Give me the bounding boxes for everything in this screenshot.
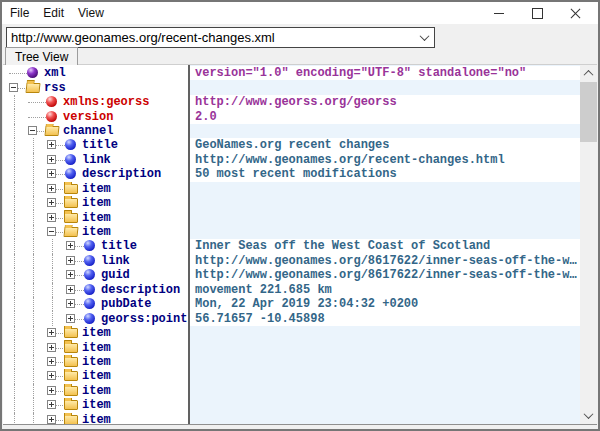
tree-node[interactable]: link <box>3 153 188 167</box>
tree-node[interactable]: item <box>3 384 188 398</box>
scrollbar-thumb[interactable] <box>580 82 597 142</box>
tree-node[interactable]: guid <box>3 268 188 282</box>
tree-node[interactable]: title <box>3 138 188 152</box>
value-row: 56.71657 -10.45898 <box>190 311 580 325</box>
tree-node[interactable]: link <box>3 254 188 268</box>
tree-node[interactable]: item <box>3 210 188 224</box>
tree-node[interactable]: rss <box>3 80 188 94</box>
window-controls <box>480 2 594 24</box>
menu-edit[interactable]: Edit <box>36 4 71 22</box>
url-input[interactable]: http://www.geonames.org/recent-changes.x… <box>7 30 415 45</box>
node-label: item <box>82 341 111 355</box>
tree-node[interactable]: description <box>3 283 188 297</box>
tree-node[interactable]: item <box>3 182 188 196</box>
expand-icon[interactable] <box>66 285 75 294</box>
expand-icon[interactable] <box>47 169 56 178</box>
tree-connector <box>44 355 63 369</box>
collapse-icon[interactable] <box>9 83 18 92</box>
tree-connector <box>63 283 82 297</box>
node-label: description <box>101 283 180 297</box>
expand-icon[interactable] <box>47 371 56 380</box>
tree-connector <box>25 95 44 109</box>
expand-icon[interactable] <box>47 184 56 193</box>
tree-guide-line <box>25 239 44 253</box>
node-value: 2.0 <box>190 110 217 124</box>
url-combobox[interactable]: http://www.geonames.org/recent-changes.x… <box>6 27 435 48</box>
expand-icon[interactable] <box>47 198 56 207</box>
collapse-icon[interactable] <box>28 126 37 135</box>
expand-icon[interactable] <box>47 343 56 352</box>
expand-icon[interactable] <box>47 328 56 337</box>
tree-guide-line <box>6 95 25 109</box>
tree-guide-line <box>6 326 25 340</box>
value-row <box>190 413 580 425</box>
expand-icon[interactable] <box>47 400 56 409</box>
menu-view[interactable]: View <box>71 4 111 22</box>
scrollbar-track[interactable] <box>580 82 597 407</box>
url-dropdown-button[interactable] <box>415 28 434 47</box>
tree-guide-line <box>25 413 44 425</box>
expand-icon[interactable] <box>47 140 56 149</box>
close-button[interactable] <box>556 2 594 24</box>
open-folder-icon <box>63 226 80 238</box>
tree-node[interactable]: xmlns:georss <box>3 95 188 109</box>
tree-node[interactable]: pubDate <box>3 297 188 311</box>
folder-icon <box>64 343 78 353</box>
tree-node[interactable]: item <box>3 398 188 412</box>
tree-node[interactable]: channel <box>3 124 188 138</box>
expand-icon[interactable] <box>66 270 75 279</box>
expand-icon[interactable] <box>66 299 75 308</box>
tree-guide-line <box>6 109 25 123</box>
tree-guide-line <box>6 268 25 282</box>
tree-guide-line <box>25 138 44 152</box>
folder-icon <box>64 400 78 410</box>
folder-icon <box>64 198 78 208</box>
collapse-icon[interactable] <box>47 227 56 236</box>
element-icon <box>82 240 99 252</box>
expand-icon[interactable] <box>47 357 56 366</box>
tree-node[interactable]: item <box>3 326 188 340</box>
open-folder-icon <box>44 125 61 137</box>
tree-guide-line <box>25 196 44 210</box>
chevron-up-icon <box>584 70 594 80</box>
tree-guide-line <box>25 398 44 412</box>
value-row <box>190 384 580 398</box>
expand-icon[interactable] <box>47 155 56 164</box>
node-label: item <box>82 225 111 239</box>
expand-icon[interactable] <box>66 314 75 323</box>
tree-node[interactable]: georss:point <box>3 311 188 325</box>
tab-tree-view[interactable]: Tree View <box>5 47 78 65</box>
tree-node[interactable]: version <box>3 109 188 123</box>
expand-icon[interactable] <box>47 386 56 395</box>
node-value: http://www.geonames.org/8617622/inner-se… <box>190 254 577 268</box>
tree-node[interactable]: item <box>3 340 188 354</box>
tree-guide-line <box>25 153 44 167</box>
menu-file[interactable]: File <box>3 4 36 22</box>
node-value: http://www.geonames.org/recent-changes.h… <box>190 153 505 167</box>
tree-node[interactable]: item <box>3 225 188 239</box>
tree-node[interactable]: item <box>3 355 188 369</box>
minimize-button[interactable] <box>480 2 518 24</box>
expand-icon[interactable] <box>66 241 75 250</box>
scroll-down-button[interactable] <box>580 407 597 424</box>
vertical-scrollbar[interactable] <box>580 65 597 424</box>
tree-node[interactable]: xml <box>3 66 188 80</box>
expand-icon[interactable] <box>66 256 75 265</box>
tree-node[interactable]: title <box>3 239 188 253</box>
element-icon <box>65 139 76 150</box>
expand-icon[interactable] <box>47 415 56 424</box>
scroll-up-button[interactable] <box>580 65 597 82</box>
tree-node[interactable]: item <box>3 196 188 210</box>
expand-icon[interactable] <box>47 213 56 222</box>
tree-node[interactable]: item <box>3 413 188 425</box>
tree-node[interactable]: item <box>3 369 188 383</box>
node-label: description <box>82 167 161 181</box>
element-icon <box>82 313 99 325</box>
folder-icon <box>63 212 80 224</box>
tree-connector <box>44 398 63 412</box>
value-row <box>190 398 580 412</box>
folder-icon <box>63 370 80 382</box>
maximize-button[interactable] <box>518 2 556 24</box>
folder-icon <box>64 386 78 396</box>
tree-node[interactable]: description <box>3 167 188 181</box>
